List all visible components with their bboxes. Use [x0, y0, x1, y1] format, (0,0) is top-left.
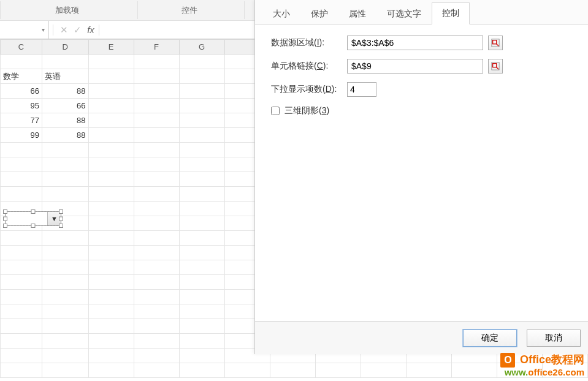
cell[interactable]: 88	[42, 128, 88, 143]
range-picker-button[interactable]	[488, 59, 503, 74]
resize-handle[interactable]	[3, 209, 7, 214]
cell-link-label: 单元格链接(C):	[271, 61, 347, 72]
cell[interactable]: 88	[42, 84, 88, 99]
ribbon-group-addins[interactable]: 加载项	[55, 5, 79, 16]
cancel-formula-icon[interactable]: ✕	[57, 25, 71, 36]
input-range-field[interactable]	[347, 36, 483, 50]
chevron-down-icon[interactable]: ▾	[42, 26, 45, 33]
resize-handle[interactable]	[3, 224, 7, 228]
ok-button[interactable]: 确定	[463, 330, 517, 347]
cell[interactable]: 66	[42, 99, 88, 113]
cell[interactable]: 66	[1, 84, 42, 99]
column-header[interactable]: E	[88, 40, 134, 55]
collapse-dialog-icon	[491, 62, 500, 70]
dropdown-lines-field[interactable]	[347, 82, 376, 97]
dropdown-lines-label: 下拉显示项数(D):	[271, 84, 347, 95]
tab-control[interactable]: 控制	[432, 2, 470, 25]
divider	[53, 25, 53, 36]
resize-handle[interactable]	[31, 209, 36, 214]
dialog-button-bar: 确定 取消	[255, 321, 588, 354]
cell[interactable]: 英语	[42, 69, 88, 84]
column-header[interactable]: D	[42, 40, 88, 55]
column-header[interactable]: F	[134, 40, 179, 55]
resize-handle[interactable]	[31, 224, 36, 228]
caret-down-icon: ▼	[51, 215, 58, 222]
dialog-tabs: 大小 保护 属性 可选文字 控制	[255, 0, 588, 25]
resize-handle[interactable]	[59, 209, 63, 214]
collapse-dialog-icon	[491, 39, 500, 47]
fx-icon[interactable]: fx	[84, 25, 97, 35]
3d-shadow-checkbox[interactable]	[271, 107, 280, 115]
cancel-button[interactable]: 取消	[527, 330, 581, 347]
cell-link-field[interactable]	[347, 59, 483, 74]
cell[interactable]: 数学	[1, 69, 42, 84]
divider	[99, 25, 99, 36]
3d-shadow-label: 三维阴影(3)	[284, 105, 329, 116]
format-control-dialog: 大小 保护 属性 可选文字 控制 数据源区域(I): 单元格链接(C):	[254, 0, 588, 354]
accept-formula-icon[interactable]: ✓	[71, 25, 84, 36]
cell[interactable]: 77	[1, 113, 42, 128]
column-header[interactable]: G	[179, 40, 224, 55]
tab-alttext[interactable]: 可选文字	[376, 3, 432, 25]
ribbon-group-controls[interactable]: 控件	[181, 5, 197, 16]
column-header[interactable]: C	[1, 40, 42, 55]
tab-size[interactable]: 大小	[262, 3, 300, 25]
name-box[interactable]: ▾	[0, 21, 49, 39]
resize-handle[interactable]	[59, 217, 63, 221]
tab-protection[interactable]: 保护	[300, 3, 338, 25]
range-picker-button[interactable]	[488, 36, 503, 50]
cell[interactable]: 95	[1, 99, 42, 113]
combobox-form-control[interactable]: ▼	[5, 211, 61, 226]
cell[interactable]: 99	[1, 128, 42, 143]
dialog-body: 数据源区域(I): 单元格链接(C):	[255, 25, 588, 127]
tab-properties[interactable]: 属性	[338, 3, 376, 25]
resize-handle[interactable]	[59, 224, 63, 228]
svg-rect-1	[493, 40, 497, 44]
svg-rect-3	[493, 64, 497, 67]
input-range-label: 数据源区域(I):	[271, 37, 347, 48]
resize-handle[interactable]	[3, 217, 7, 221]
cell[interactable]: 88	[42, 113, 88, 128]
